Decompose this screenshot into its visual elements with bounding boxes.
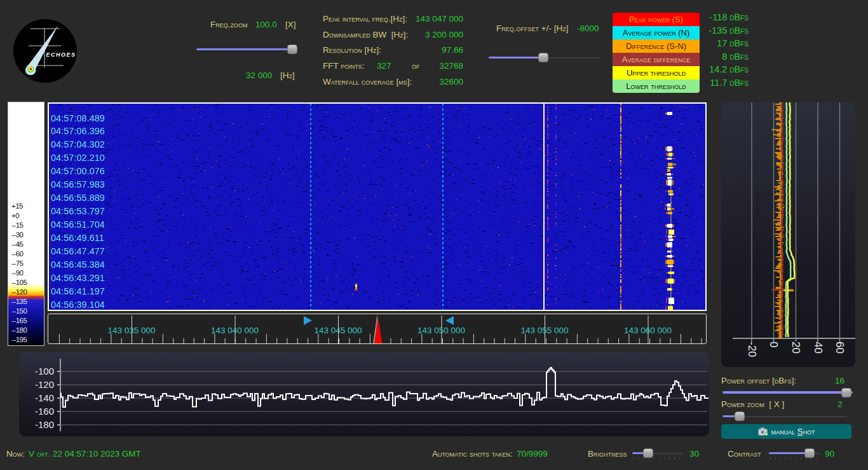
svg-text:ECHOES: ECHOES	[46, 52, 76, 58]
